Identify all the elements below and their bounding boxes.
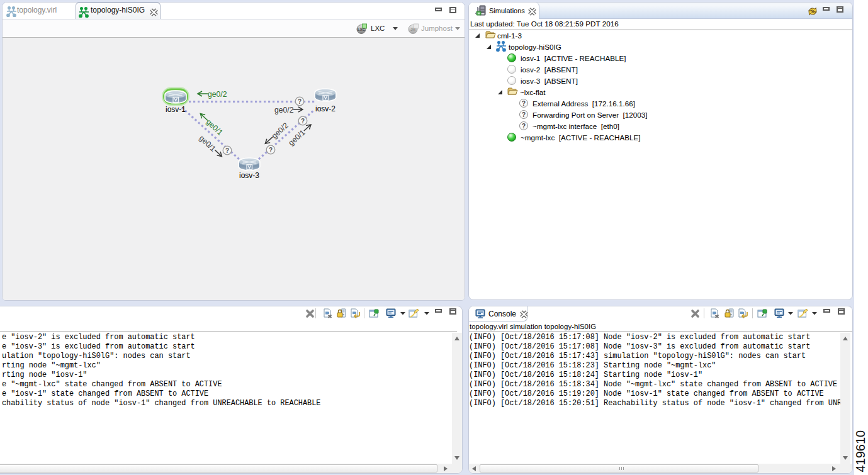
svg-text:JH: JH [410,28,415,31]
svg-text:?: ? [298,98,302,105]
svg-text:ge0/1: ge0/1 [286,128,307,147]
svg-text:ge0/2: ge0/2 [208,90,227,99]
svg-text:ge0/2: ge0/2 [270,121,290,140]
svg-text:LXC: LXC [358,28,366,31]
svg-text:iosv-1: iosv-1 [166,105,186,114]
svg-text:ge0/1: ge0/1 [198,134,218,154]
svg-text:?: ? [301,118,305,125]
svg-text:iosv-2: iosv-2 [315,104,335,113]
svg-text:iosv-3: iosv-3 [239,171,259,180]
svg-text:?: ? [225,147,229,154]
svg-text:ge0/2: ge0/2 [274,106,294,115]
svg-text:?: ? [269,147,273,154]
